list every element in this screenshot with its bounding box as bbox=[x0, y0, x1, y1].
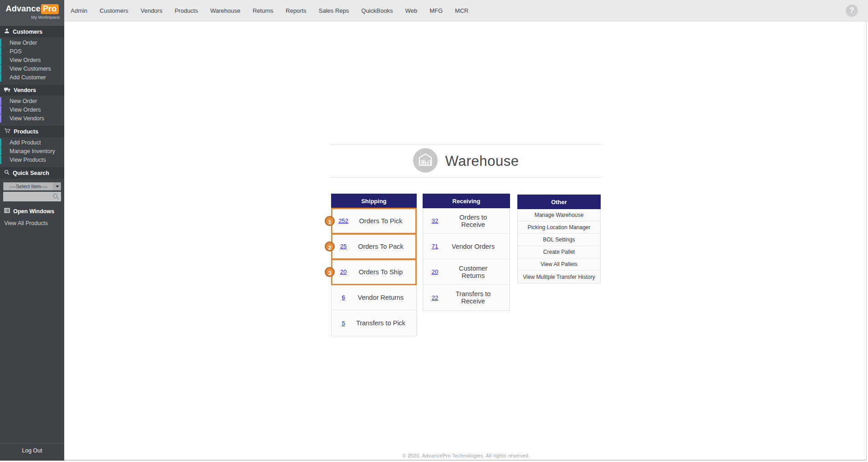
annotation-badge-3: 3 bbox=[325, 267, 335, 277]
nav-sales-reps[interactable]: Sales Reps bbox=[319, 7, 349, 14]
quick-search-item-select[interactable]: ----Select Item---- bbox=[3, 182, 61, 190]
app-logo: AdvancePro My Workspace bbox=[0, 0, 64, 26]
sidebar-item-view-orders[interactable]: View Orders bbox=[0, 56, 64, 64]
vendors-menu: New Order View Orders View Vendors bbox=[0, 97, 64, 123]
sidebar-item-new-order[interactable]: New Order bbox=[0, 39, 64, 47]
annotation-badge-2: 2 bbox=[325, 241, 335, 252]
sidebar-section-products: Products bbox=[0, 126, 64, 137]
search-icon[interactable] bbox=[52, 193, 59, 202]
sidebar-item-view-vendors[interactable]: View Vendors bbox=[0, 114, 64, 123]
row-label: Orders to Receive bbox=[447, 214, 510, 228]
sidebar-item-view-products[interactable]: View Products bbox=[0, 156, 64, 164]
copyright-text: © 2020, AdvancePro Technologies. All rig… bbox=[64, 453, 868, 458]
sidebar-section-open-windows: Open Windows bbox=[0, 205, 64, 217]
orders-to-pack-count-link[interactable]: 25 bbox=[332, 243, 355, 250]
products-menu: Add Product Manage Inventory View Produc… bbox=[0, 139, 64, 164]
other-link-bol-settings[interactable]: BOL Settings bbox=[518, 234, 600, 246]
cart-icon bbox=[4, 128, 10, 135]
other-link-view-multiple-transfer-history[interactable]: View Multiple Transfer History bbox=[518, 271, 600, 283]
transfers-to-pick-count-link[interactable]: 5 bbox=[332, 320, 355, 327]
nav-mcr[interactable]: MCR bbox=[455, 7, 469, 14]
help-icon[interactable]: ? bbox=[846, 5, 858, 17]
sidebar-section-title: Products bbox=[14, 128, 38, 135]
customers-menu: New Order POS View Orders View Customers… bbox=[0, 39, 64, 82]
logo-wordmark: AdvancePro bbox=[0, 4, 64, 14]
truck-icon bbox=[4, 87, 10, 93]
shipping-table: Shipping 1 252 Orders To Pick 2 25 Order… bbox=[331, 194, 417, 336]
other-link-manage-warehouse[interactable]: Manage Warehouse bbox=[518, 209, 600, 221]
search-icon bbox=[4, 169, 10, 176]
table-row-transfers-to-receive: 22 Transfers to Receive bbox=[423, 285, 510, 310]
table-row-customer-returns: 20 Customer Returns bbox=[423, 259, 510, 285]
sidebar-section-vendors: Vendors bbox=[0, 85, 64, 96]
nav-products[interactable]: Products bbox=[174, 7, 198, 14]
other-link-view-all-pallets[interactable]: View All Pallets bbox=[518, 258, 600, 271]
vendor-returns-count-link[interactable]: 6 bbox=[332, 294, 355, 301]
sidebar-item-manage-inventory[interactable]: Manage Inventory bbox=[0, 147, 64, 155]
other-table-header: Other bbox=[517, 195, 601, 209]
nav-web[interactable]: Web bbox=[405, 7, 418, 14]
row-label: Vendor Orders bbox=[447, 243, 510, 250]
sidebar-section-title: Open Windows bbox=[13, 208, 54, 215]
sidebar-item-add-product[interactable]: Add Product bbox=[0, 139, 64, 147]
page-title: Warehouse bbox=[445, 153, 519, 169]
table-row-vendor-orders: 71 Vendor Orders bbox=[423, 234, 510, 259]
table-row-orders-to-receive: 32 Orders to Receive bbox=[423, 208, 510, 234]
row-label: Customer Returns bbox=[447, 265, 510, 279]
sidebar-item-add-customer[interactable]: Add Customer bbox=[0, 73, 64, 82]
row-label: Orders To Pack bbox=[355, 243, 416, 250]
row-label: Transfers to Receive bbox=[447, 290, 510, 305]
selected-item-label: ----Select Item---- bbox=[4, 183, 53, 190]
nav-returns[interactable]: Returns bbox=[253, 7, 274, 14]
table-row-orders-to-ship: 3 20 Orders To Ship bbox=[332, 259, 416, 285]
row-label: Orders To Pick bbox=[355, 217, 416, 225]
orders-to-pick-count-link[interactable]: 252 bbox=[332, 217, 355, 224]
advancepro-workspace: Admin Customers Vendors Products Warehou… bbox=[0, 0, 868, 462]
row-label: Vendor Returns bbox=[355, 294, 416, 301]
vendor-orders-count-link[interactable]: 71 bbox=[423, 243, 447, 250]
nav-customers[interactable]: Customers bbox=[100, 7, 128, 14]
nav-admin[interactable]: Admin bbox=[71, 7, 87, 14]
other-link-picking-location-manager[interactable]: Picking Location Manager bbox=[518, 221, 600, 234]
customer-returns-count-link[interactable]: 20 bbox=[423, 268, 447, 275]
nav-vendors[interactable]: Vendors bbox=[141, 7, 163, 14]
orders-to-ship-count-link[interactable]: 20 bbox=[332, 268, 355, 275]
annotation-badge-1: 1 bbox=[325, 216, 335, 226]
sidebar-item-vendor-new-order[interactable]: New Order bbox=[0, 97, 64, 105]
window-border-right bbox=[866, 0, 867, 461]
nav-mfg[interactable]: MFG bbox=[429, 7, 443, 14]
other-table-body: Manage Warehouse Picking Location Manage… bbox=[517, 209, 601, 283]
open-window-view-all-products[interactable]: View All Products bbox=[0, 217, 64, 228]
sidebar-section-customers: Customers bbox=[0, 26, 64, 37]
page-header: Warehouse bbox=[330, 144, 602, 178]
orders-to-receive-count-link[interactable]: 32 bbox=[423, 217, 447, 224]
row-label: Orders To Ship bbox=[355, 268, 416, 276]
sidebar-section-title: Customers bbox=[13, 29, 42, 35]
table-row-transfers-to-pick: 5 Transfers to Pick bbox=[332, 310, 416, 336]
nav-quickbooks[interactable]: QuickBooks bbox=[361, 7, 393, 14]
logo-tagline: My Workspace bbox=[0, 15, 64, 20]
receiving-table-header: Receiving bbox=[423, 194, 510, 208]
other-link-create-pallet[interactable]: Create Pallet bbox=[518, 246, 600, 258]
quick-search-box bbox=[3, 192, 61, 201]
nav-reports[interactable]: Reports bbox=[286, 7, 306, 14]
receiving-table: Receiving 32 Orders to Receive 71 Vendor… bbox=[423, 194, 510, 311]
warehouse-icon bbox=[413, 148, 438, 175]
logo-pro-badge: Pro bbox=[41, 4, 59, 14]
chevron-down-icon[interactable] bbox=[53, 183, 61, 190]
transfers-to-receive-count-link[interactable]: 22 bbox=[423, 294, 447, 301]
logo-brand: Advance bbox=[5, 4, 40, 13]
sidebar: Customers New Order POS View Orders View… bbox=[0, 26, 64, 461]
open-windows-icon bbox=[4, 208, 10, 215]
other-table: Other Manage Warehouse Picking Location … bbox=[517, 195, 601, 283]
receiving-table-body: 32 Orders to Receive 71 Vendor Orders 20… bbox=[423, 208, 510, 311]
sidebar-item-pos[interactable]: POS bbox=[0, 47, 64, 56]
nav-warehouse[interactable]: Warehouse bbox=[210, 7, 240, 14]
logout-button[interactable]: Log Out bbox=[0, 443, 64, 461]
shipping-table-body: 1 252 Orders To Pick 2 25 Orders To Pack… bbox=[331, 208, 417, 336]
sidebar-section-quick-search: Quick Search bbox=[0, 167, 64, 179]
sidebar-item-vendor-view-orders[interactable]: View Orders bbox=[0, 106, 64, 114]
sidebar-item-view-customers[interactable]: View Customers bbox=[0, 65, 64, 73]
main-content: Warehouse Shipping 1 252 Orders To Pick … bbox=[64, 21, 868, 462]
sidebar-section-title: Vendors bbox=[14, 87, 36, 93]
